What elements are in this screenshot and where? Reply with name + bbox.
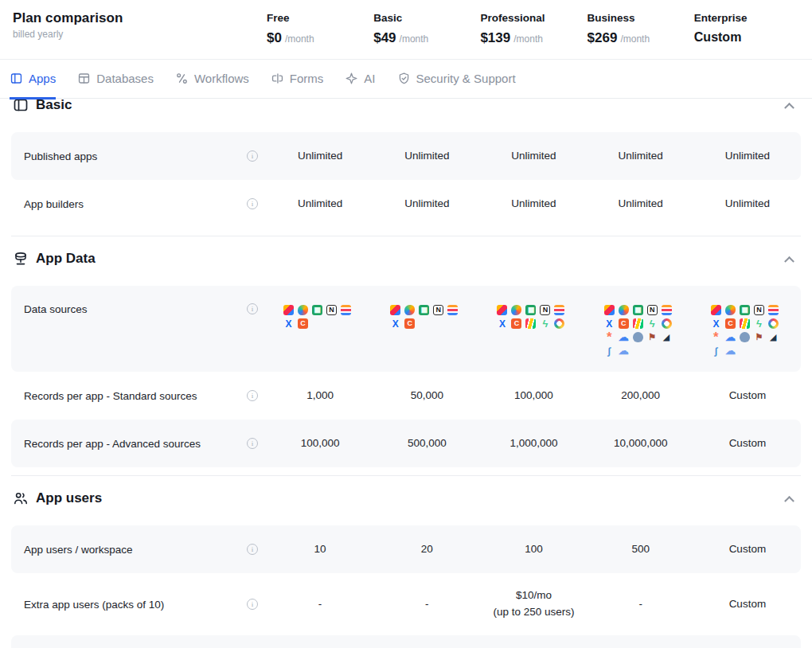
tab-workflows[interactable]: Workflows: [175, 60, 249, 100]
tab-apps[interactable]: Apps: [10, 60, 56, 100]
shield-check-icon: [397, 72, 411, 85]
plan-period: /month: [285, 33, 314, 45]
info-icon[interactable]: [247, 198, 258, 209]
feature-value: 100: [480, 538, 587, 561]
plan-name: Basic: [373, 12, 480, 24]
info-icon[interactable]: [247, 390, 258, 401]
info-icon[interactable]: [247, 599, 258, 610]
coda-icon: C: [298, 318, 308, 329]
plan-price: $49: [373, 30, 396, 46]
feature-label: Records per app - Standard sources: [11, 390, 238, 402]
feature-value: Unlimited: [588, 193, 694, 216]
cloud-db-icon: ☁: [725, 345, 736, 356]
airtable-icon: [390, 305, 400, 315]
feature-value: $10/mo (up to 250 users): [480, 584, 587, 624]
info-icon[interactable]: [247, 150, 258, 162]
table-row: Records per app - Standard sources 1,000…: [11, 372, 801, 420]
plan-name: Free: [267, 12, 373, 24]
collapse-chevron-icon[interactable]: [784, 256, 794, 266]
section-basic: Basic Published apps Unlimited Unlimited…: [11, 83, 801, 236]
feature-label: Data sources: [11, 303, 238, 315]
plan-period: /month: [400, 33, 429, 45]
collapse-chevron-icon[interactable]: [784, 102, 794, 112]
stacked-bars-icon: [341, 305, 351, 315]
feature-value: 200,000: [588, 385, 694, 408]
coda-icon: C: [619, 318, 629, 329]
tab-security-support[interactable]: Security & Support: [397, 60, 516, 100]
plan-name: Professional: [480, 12, 587, 24]
workflow-icon: [175, 72, 189, 85]
table-row: Published apps Unlimited Unlimited Unlim…: [11, 132, 801, 180]
tab-label: Security & Support: [416, 72, 516, 85]
tab-databases[interactable]: Databases: [77, 60, 154, 100]
feature-value: 500: [588, 538, 694, 561]
plan-comparison-header: Plan comparison billed yearly Free $0/mo…: [0, 0, 812, 60]
feature-value: -: [588, 593, 694, 616]
xano-icon: X: [497, 318, 507, 329]
feature-value: Unlimited: [373, 145, 480, 168]
info-icon[interactable]: [247, 303, 258, 314]
feature-value: 10,000,000: [588, 432, 694, 455]
notion-icon: N: [647, 305, 658, 315]
feature-value: 100,000: [480, 385, 587, 408]
table-grid-icon: [77, 72, 91, 85]
notion-icon: N: [754, 305, 764, 315]
info-icon[interactable]: [247, 438, 258, 449]
tab-label: Forms: [290, 72, 324, 85]
xano-icon: X: [390, 318, 400, 329]
tab-label: Databases: [96, 72, 154, 85]
supabase-icon: ϟ: [754, 318, 764, 329]
sparkle-icon: [345, 72, 358, 85]
mysql-icon: ◢: [768, 332, 779, 342]
layout-icon: [13, 97, 29, 113]
colorful-ring-icon: [768, 318, 779, 329]
tab-ai[interactable]: AI: [345, 60, 375, 100]
feature-value: 1,000: [267, 385, 373, 408]
form-input-icon: [271, 72, 284, 85]
section-app-users: App users App users / workspace 10 20 10…: [11, 476, 801, 648]
hubspot-icon: *: [604, 332, 615, 342]
datasource-icon-grid: ▦NXC: [390, 305, 463, 329]
monday-icon: [740, 318, 750, 329]
feature-value: Unlimited: [267, 145, 373, 168]
datasource-icon-grid: ▦NXCϟ: [497, 305, 570, 329]
feature-value: 20: [373, 538, 480, 561]
comparison-table: Basic Published apps Unlimited Unlimited…: [0, 83, 812, 648]
mariadb-icon: ⚑: [754, 332, 764, 342]
database-icon: [13, 251, 29, 267]
airtable-icon: [497, 305, 507, 315]
section-app-users-header[interactable]: App users: [11, 476, 801, 516]
collapse-chevron-icon[interactable]: [784, 495, 794, 506]
monday-icon: [525, 318, 536, 329]
table-row: Extra app users (packs of 10) - - $10/mo…: [11, 573, 801, 635]
info-icon[interactable]: [247, 544, 258, 555]
plan-period: /month: [513, 33, 543, 45]
feature-value: 500,000: [373, 432, 480, 455]
feature-value: Unlimited: [480, 145, 587, 168]
table-row: Visitors Unlimited Unlimited Unlimited U…: [11, 635, 801, 648]
xano-icon: X: [604, 318, 615, 329]
section-title: Basic: [36, 97, 72, 113]
plan-column-business: Business $269/month: [588, 10, 694, 46]
plan-period: /month: [620, 33, 650, 45]
feature-value: Unlimited: [267, 193, 373, 216]
tab-forms[interactable]: Forms: [271, 60, 324, 100]
feature-value: Custom: [694, 593, 801, 616]
airtable-icon: [283, 305, 294, 315]
section-app-data-header[interactable]: App Data: [11, 236, 801, 276]
postgresql-icon: [740, 332, 750, 342]
airtable-icon: [711, 305, 721, 315]
mysql-icon: ◢: [662, 332, 672, 342]
colorful-ring-icon: [662, 318, 672, 329]
plan-name: Business: [588, 12, 694, 24]
feature-value: Custom: [694, 432, 801, 455]
feature-label: Extra app users (packs of 10): [11, 599, 238, 611]
smartsuite-icon: [725, 305, 736, 315]
section-title: App Data: [36, 251, 96, 267]
feature-value: -: [373, 593, 480, 616]
google-sheets-icon: ▦: [525, 305, 536, 315]
plan-price: Custom: [694, 30, 742, 45]
coda-icon: C: [725, 318, 736, 329]
plan-price: $269: [588, 30, 618, 46]
xano-icon: X: [283, 318, 294, 329]
